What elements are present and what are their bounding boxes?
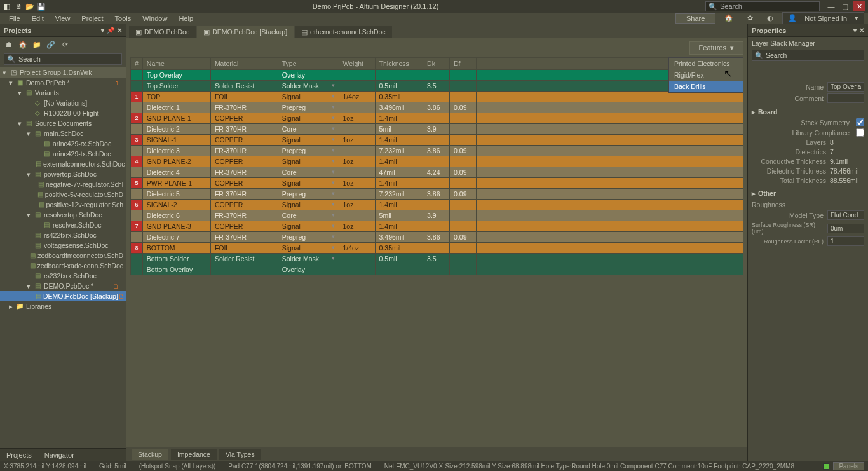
document-tab[interactable]: ▣DEMO.PcbDoc [Stackup] bbox=[197, 26, 294, 38]
menu-project[interactable]: Project bbox=[76, 13, 108, 24]
tree-item[interactable]: ◇[No Variations] bbox=[0, 98, 126, 108]
notify-icon[interactable]: ◐ bbox=[762, 13, 778, 24]
tree-item[interactable]: ▾▤Source Documents bbox=[0, 118, 126, 128]
tree-item[interactable]: ▤zedboardfmcconnector.SchD bbox=[0, 250, 126, 261]
stackup-row[interactable]: 5PWR PLANE-1COPPER⋯Signal▾1oz1.4mil bbox=[131, 178, 743, 189]
projects-search[interactable]: 🔍 Search bbox=[4, 53, 122, 65]
maximize-button[interactable]: ▢ bbox=[839, 1, 851, 11]
properties-search[interactable]: 🔍 Search bbox=[752, 50, 864, 61]
tree-item[interactable]: ▤arinc429-tx.SchDoc bbox=[0, 149, 126, 159]
features-item-rigidflex[interactable]: Rigid/Flex bbox=[669, 69, 743, 81]
stackup-row[interactable]: Dielectric 6FR-370HR⋯Core▾5mil3.9 bbox=[131, 210, 743, 221]
document-tab[interactable]: ▤ethernet-channel.SchDoc bbox=[295, 26, 392, 38]
panel-dropdown-icon[interactable]: ▾ bbox=[101, 27, 104, 34]
column-header[interactable]: Name bbox=[142, 58, 210, 70]
library-compliance-checkbox[interactable] bbox=[856, 128, 864, 137]
stackup-row[interactable]: Bottom OverlayOverlay bbox=[131, 264, 743, 275]
document-tab[interactable]: ▣DEMO.PcbDoc bbox=[129, 26, 196, 38]
column-header[interactable]: Dk bbox=[423, 58, 450, 70]
tab-projects[interactable]: Projects bbox=[3, 450, 36, 460]
stackup-row[interactable]: 7GND PLANE-3COPPER⋯Signal▾1oz1.4mil bbox=[131, 221, 743, 232]
roughness-factor-input[interactable] bbox=[827, 236, 864, 246]
column-header[interactable]: Df bbox=[450, 58, 477, 70]
tree-item[interactable]: ▤externalconnectors.SchDoc bbox=[0, 159, 126, 169]
comment-input[interactable] bbox=[827, 93, 864, 103]
stackup-row[interactable]: Top OverlayOverlay bbox=[131, 70, 743, 81]
panels-button[interactable]: Panels bbox=[833, 462, 864, 470]
tree-item[interactable]: ▾▤resolvertop.SchDoc bbox=[0, 210, 126, 220]
column-header[interactable]: Thickness bbox=[375, 58, 423, 70]
features-item-printed[interactable]: Printed Electronics bbox=[669, 58, 743, 69]
new-icon[interactable]: ☗ bbox=[4, 39, 14, 50]
settings-icon[interactable]: ✿ bbox=[742, 13, 758, 24]
tree-item[interactable]: ▤positive-12v-regulator.Sch bbox=[0, 200, 126, 210]
open-icon[interactable]: 📂 bbox=[25, 2, 34, 11]
tree-item[interactable]: ▤positive-5v-regulator.SchD bbox=[0, 189, 126, 200]
tree-item[interactable]: ▤rs232txrx.SchDoc bbox=[0, 271, 126, 281]
menu-window[interactable]: Window bbox=[137, 13, 172, 24]
tab-stackup[interactable]: Stackup bbox=[132, 449, 168, 460]
tree-item[interactable]: ▤voltagesense.SchDoc bbox=[0, 240, 126, 250]
signin-button[interactable]: 👤 Not Signed In ▾ bbox=[782, 12, 864, 25]
menu-tools[interactable]: Tools bbox=[110, 13, 137, 24]
menu-file[interactable]: File bbox=[4, 13, 25, 24]
tab-impedance[interactable]: Impedance bbox=[171, 449, 217, 460]
stackup-row[interactable]: Dielectric 5FR-370HR⋯Prepreg▾7.232mil3.8… bbox=[131, 189, 743, 200]
link-icon[interactable]: 🔗 bbox=[46, 39, 56, 50]
tree-item[interactable]: ▤arinc429-rx.SchDoc bbox=[0, 139, 126, 149]
stackup-row[interactable]: 8BOTTOMFOIL⋯Signal▾1/4oz0.35mil bbox=[131, 243, 743, 254]
menu-edit[interactable]: Edit bbox=[27, 13, 49, 24]
menu-help[interactable]: Help bbox=[173, 13, 198, 24]
minimize-button[interactable]: — bbox=[825, 1, 837, 11]
menu-view[interactable]: View bbox=[50, 13, 76, 24]
tree-item[interactable]: ▤zedboard-xadc-conn.SchDoc bbox=[0, 261, 126, 271]
stackup-row[interactable]: 3SIGNAL-1COPPER⋯Signal▾1oz1.4mil bbox=[131, 135, 743, 146]
name-input[interactable] bbox=[827, 82, 864, 92]
tree-item[interactable]: ▤resolver.SchDoc bbox=[0, 220, 126, 230]
panel-close-icon[interactable]: ✕ bbox=[117, 27, 122, 34]
column-header[interactable]: Material bbox=[210, 58, 278, 70]
model-type-select[interactable] bbox=[827, 210, 864, 220]
tree-group[interactable]: ▾◳Project Group 1.DsnWrk bbox=[0, 67, 126, 78]
stackup-row[interactable]: Dielectric 4FR-370HR⋯Core▾47mil4.240.09 bbox=[131, 167, 743, 178]
save-icon[interactable]: 💾 bbox=[37, 2, 46, 11]
panel-dropdown-icon[interactable]: ▾ bbox=[853, 27, 857, 34]
tree-item[interactable]: ▤DEMO.PcbDoc [Stackup]🗋 bbox=[0, 291, 126, 301]
folder-icon[interactable]: 📁 bbox=[32, 39, 42, 50]
tree-item[interactable]: ▾▤DEMO.PcbDoc *🗋 bbox=[0, 281, 126, 291]
new-icon[interactable]: 🗎 bbox=[14, 2, 23, 11]
global-search[interactable]: 🔍 Search bbox=[705, 1, 820, 11]
stack-symmetry-checkbox[interactable] bbox=[856, 118, 864, 126]
share-button[interactable]: Share bbox=[675, 13, 715, 24]
stackup-row[interactable]: Dielectric 3FR-370HR⋯Prepreg▾7.232mil3.8… bbox=[131, 146, 743, 156]
home-icon[interactable]: 🏠 bbox=[18, 39, 28, 50]
tree-item[interactable]: ▤rs422txrx.SchDoc bbox=[0, 230, 126, 240]
tab-navigator[interactable]: Navigator bbox=[41, 450, 78, 460]
stackup-row[interactable]: Top SolderSolder Resist⋯Solder Mask▾0.5m… bbox=[131, 81, 743, 92]
board-section[interactable]: ▸ Board bbox=[752, 108, 864, 116]
tree-item[interactable]: ◇R100228-00 Flight bbox=[0, 108, 126, 118]
panel-pin-icon[interactable]: 📌 bbox=[107, 27, 114, 34]
stackup-row[interactable]: 4GND PLANE-2COPPER⋯Signal▾1oz1.4mil bbox=[131, 156, 743, 167]
stackup-row[interactable]: 1TOPFOIL⋯Signal▾1/4oz0.35mil bbox=[131, 92, 743, 102]
column-header[interactable]: # bbox=[131, 58, 143, 70]
tree-item[interactable]: ▾▤main.SchDoc bbox=[0, 128, 126, 139]
tree-item[interactable]: ▸📁Libraries bbox=[0, 301, 126, 311]
tree-project[interactable]: ▾▣Demo.PrjPcb *🗋 bbox=[0, 78, 126, 88]
stackup-row[interactable]: 2GND PLANE-1COPPER⋯Signal▾1oz1.4mil bbox=[131, 113, 743, 124]
column-header[interactable]: Weight bbox=[339, 58, 375, 70]
stackup-row[interactable]: 6SIGNAL-2COPPER⋯Signal▾1oz1.4mil bbox=[131, 200, 743, 210]
other-section[interactable]: ▸ Other bbox=[752, 189, 864, 197]
stackup-row[interactable]: Dielectric 1FR-370HR⋯Prepreg▾3.496mil3.8… bbox=[131, 102, 743, 113]
tree-item[interactable]: ▤negative-7v-regulator.Schl bbox=[0, 179, 126, 189]
stackup-row[interactable]: Dielectric 7FR-370HR⋯Prepreg▾3.496mil3.8… bbox=[131, 232, 743, 243]
stackup-row[interactable]: Bottom SolderSolder Resist⋯Solder Mask▾0… bbox=[131, 254, 743, 264]
features-button[interactable]: Features▾ bbox=[689, 41, 743, 55]
stackup-grid[interactable]: #NameMaterialTypeWeightThicknessDkDf Top… bbox=[130, 57, 743, 275]
tree-item[interactable]: ▾▤Variants bbox=[0, 88, 126, 98]
panel-close-icon[interactable]: ✕ bbox=[859, 27, 864, 34]
close-button[interactable]: ✕ bbox=[853, 1, 865, 11]
column-header[interactable]: Type bbox=[278, 58, 339, 70]
refresh-icon[interactable]: ⟳ bbox=[60, 39, 70, 50]
surface-roughness-input[interactable] bbox=[827, 224, 864, 233]
